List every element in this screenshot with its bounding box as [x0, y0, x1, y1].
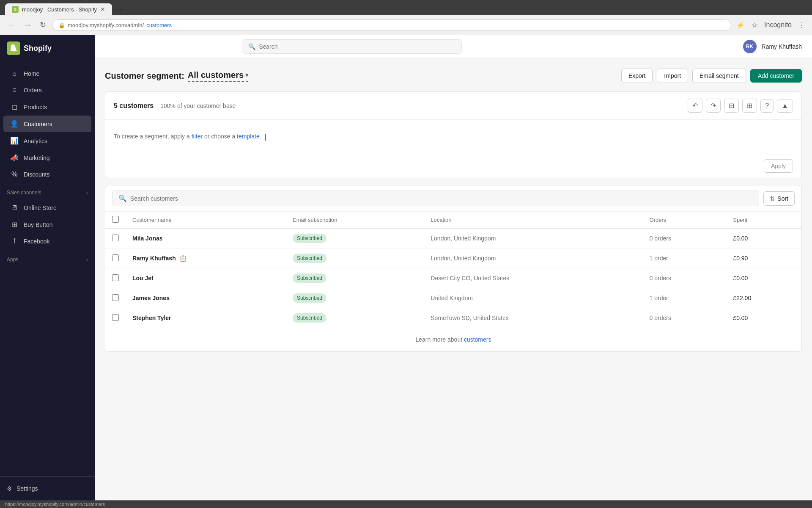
address-bar[interactable]: 🔒 moodjoy.myshopify.com/admin/customers — [52, 19, 731, 31]
menu-button[interactable]: ⋮ — [797, 19, 807, 31]
sidebar-item-home[interactable]: ⌂ Home — [3, 66, 91, 82]
logo-icon — [7, 41, 20, 55]
customers-link[interactable]: customers — [464, 336, 491, 343]
subscription-badge: Subscribed — [293, 313, 326, 323]
select-all-checkbox[interactable] — [112, 216, 119, 223]
profile-button[interactable]: Incognito — [763, 19, 793, 30]
import-button[interactable]: Import — [657, 69, 688, 83]
page-title-area: Customer segment: All customers ▾ — [105, 70, 248, 82]
subscription-badge: Subscribed — [293, 273, 326, 283]
sidebar-label-home: Home — [24, 70, 39, 77]
sidebar-label-buy-button: Buy Button — [24, 221, 53, 228]
forward-button[interactable]: → — [21, 19, 34, 31]
apply-button[interactable]: Apply — [764, 159, 793, 173]
row-checkbox-3[interactable] — [105, 288, 126, 308]
customer-base-pct: 100% of your customer base — [160, 102, 236, 109]
filter-link[interactable]: filter — [192, 133, 203, 140]
lock-icon: 🔒 — [58, 22, 65, 28]
tab-close-button[interactable]: ✕ — [100, 6, 105, 13]
col-spent: Spent — [726, 212, 801, 229]
segment-name: All customers — [188, 70, 244, 80]
sidebar-item-online-store[interactable]: 🖥 Online Store — [3, 200, 91, 216]
customer-count: 5 customers 100% of your customer base — [114, 102, 236, 110]
email-segment-button[interactable]: Email segment — [692, 69, 746, 83]
row-checkbox-input-0[interactable] — [112, 235, 119, 241]
user-initials: RK — [746, 44, 753, 50]
search-input[interactable] — [259, 43, 455, 50]
back-button[interactable]: ← — [5, 19, 18, 31]
sidebar-item-discounts[interactable]: % Discounts — [3, 166, 91, 182]
undo-button[interactable]: ↶ — [688, 99, 702, 113]
sidebar-label-orders: Orders — [24, 87, 42, 94]
row-subscription-0: Subscribed — [286, 229, 424, 248]
sidebar-item-facebook[interactable]: f Facebook — [3, 233, 91, 249]
analytics-icon: 📊 — [10, 137, 19, 145]
username: Ramy Khuffash — [762, 43, 802, 50]
browser-chrome: S moodjoy · Customers · Shopify ✕ + — [0, 0, 812, 15]
sidebar-item-customers[interactable]: 👤 Customers — [3, 116, 91, 132]
grid-button[interactable]: ⊞ — [742, 99, 757, 113]
sidebar-item-analytics[interactable]: 📊 Analytics — [3, 133, 91, 149]
row-subscription-3: Subscribed — [286, 288, 424, 308]
collapse-button[interactable]: ▲ — [777, 99, 793, 113]
extensions-button[interactable]: ⚡ — [735, 19, 746, 31]
settings-icon: ⚙ — [7, 485, 12, 492]
row-checkbox-1[interactable] — [105, 248, 126, 268]
sidebar-label-customers: Customers — [24, 121, 52, 127]
note-icon: 📋 — [179, 255, 187, 262]
count-label: 5 customers — [114, 102, 154, 110]
add-customer-button[interactable]: Add customer — [750, 69, 802, 83]
sidebar-item-products[interactable]: ◻ Products — [3, 99, 91, 115]
top-bar: 🔍 RK Ramy Khuffash — [95, 35, 812, 58]
active-tab[interactable]: S moodjoy · Customers · Shopify ✕ — [5, 3, 112, 15]
segment-header: 5 customers 100% of your customer base ↶… — [105, 92, 801, 120]
chevron-down-icon: ▾ — [245, 72, 248, 78]
sidebar-item-marketing[interactable]: 📣 Marketing — [3, 149, 91, 166]
select-all-header — [105, 212, 126, 229]
row-spent-1: £0.90 — [726, 248, 801, 268]
row-checkbox-4[interactable] — [105, 308, 126, 328]
segment-selector[interactable]: All customers ▾ — [188, 70, 248, 82]
template-link[interactable]: template — [237, 133, 260, 140]
home-icon: ⌂ — [10, 70, 19, 77]
table-footer: Learn more about customers — [105, 328, 801, 351]
bookmark-button[interactable]: ☆ — [750, 19, 759, 31]
sidebar: Shopify ⌂ Home ≡ Orders ◻ Products 👤 Cus… — [0, 35, 95, 500]
search-icon: 🔍 — [248, 43, 255, 50]
row-checkbox-input-2[interactable] — [112, 274, 119, 281]
help-button[interactable]: ? — [760, 99, 774, 113]
customer-table-container: 🔍 ⇅ Sort — [105, 185, 802, 352]
row-orders-2: 0 orders — [643, 268, 727, 288]
sales-channels-expand[interactable]: › — [86, 189, 88, 196]
new-tab-button[interactable]: + — [112, 4, 129, 15]
customer-search-input[interactable] — [130, 195, 753, 202]
apps-expand[interactable]: › — [86, 256, 88, 263]
filter-button[interactable]: ⊟ — [724, 99, 739, 113]
row-checkbox-2[interactable] — [105, 268, 126, 288]
redo-button[interactable]: ↷ — [706, 99, 721, 113]
sidebar-item-buy-button[interactable]: ⊞ Buy Button — [3, 216, 91, 233]
row-checkbox-0[interactable] — [105, 229, 126, 248]
sidebar-label-online-store: Online Store — [24, 204, 57, 211]
apps-section: Apps › — [0, 253, 95, 266]
row-orders-0: 0 orders — [643, 229, 727, 248]
reload-button[interactable]: ↻ — [37, 19, 49, 31]
table-row: James Jones Subscribed United Kingdom 1 … — [105, 288, 801, 308]
row-checkbox-input-3[interactable] — [112, 294, 119, 301]
global-search[interactable]: 🔍 — [242, 39, 462, 54]
browser-toolbar: ← → ↻ 🔒 moodjoy.myshopify.com/admin/cust… — [0, 15, 812, 35]
sort-button[interactable]: ⇅ Sort — [763, 191, 795, 206]
export-button[interactable]: Export — [621, 69, 653, 83]
row-location-4: SomeTown SD, United States — [424, 308, 642, 328]
table-search-input-wrapper[interactable]: 🔍 — [112, 190, 759, 206]
row-checkbox-input-4[interactable] — [112, 314, 119, 321]
sidebar-item-orders[interactable]: ≡ Orders — [3, 82, 91, 98]
row-checkbox-input-1[interactable] — [112, 254, 119, 261]
sidebar-header: Shopify — [0, 35, 95, 62]
settings-item[interactable]: ⚙ Settings — [7, 482, 88, 495]
tab-favicon: S — [12, 6, 19, 13]
tab-title: moodjoy · Customers · Shopify — [22, 6, 97, 13]
top-bar-right: RK Ramy Khuffash — [743, 40, 802, 53]
products-icon: ◻ — [10, 103, 19, 111]
header-actions: Export Import Email segment Add customer — [621, 69, 802, 83]
